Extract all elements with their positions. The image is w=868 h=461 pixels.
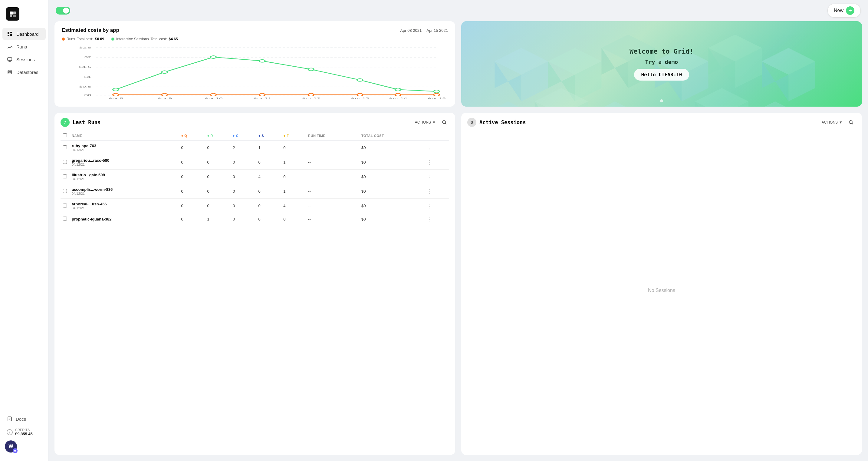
svg-text:Apr 14: Apr 14 — [389, 97, 407, 99]
run-more-btn-3[interactable]: ⋮ — [427, 189, 433, 194]
sidebar-bottom: Docs i CREDITS $9,855.45 W — [0, 410, 48, 456]
run-cost-5: $0 — [359, 213, 425, 225]
chart-header: Estimated costs by app Apr 08 2021 Apr 1… — [62, 27, 448, 33]
run-r-2: 0 — [205, 170, 230, 184]
svg-text:Apr 12: Apr 12 — [302, 97, 320, 99]
svg-marker-59 — [762, 48, 815, 75]
run-cost-1: $0 — [359, 155, 425, 170]
sidebar-item-datastores[interactable]: Datastores — [2, 66, 46, 78]
legend-sessions-cost: $4.65 — [169, 37, 178, 41]
welcome-demo-button[interactable]: Hello CIFAR-10 — [634, 69, 689, 81]
legend-dot-sessions — [112, 37, 115, 40]
row-checkbox-1[interactable] — [63, 160, 67, 164]
sidebar-nav: Dashboard Runs Sessions — [0, 28, 48, 410]
col-name: NAME — [69, 131, 179, 141]
svg-rect-1 — [13, 11, 16, 14]
svg-rect-0 — [10, 11, 13, 15]
welcome-card: Welcome to Grid! Try a demo Hello CIFAR-… — [461, 21, 862, 107]
topbar: New + — [49, 0, 868, 21]
run-c-4: 0 — [230, 199, 256, 213]
run-time-2: -- — [306, 170, 359, 184]
runs-count-badge: 7 — [61, 118, 70, 127]
run-date-4: 04/12/21 — [72, 206, 177, 210]
user-avatar[interactable]: W — [5, 440, 17, 453]
avatar-initial: W — [8, 444, 13, 449]
svg-marker-66 — [535, 102, 561, 107]
sidebar-item-dashboard[interactable]: Dashboard — [2, 28, 46, 40]
svg-marker-68 — [588, 102, 642, 107]
select-all-checkbox[interactable] — [63, 133, 67, 137]
svg-text:$1: $1 — [85, 75, 91, 79]
svg-text:$2: $2 — [85, 55, 91, 59]
svg-marker-47 — [548, 48, 602, 75]
run-s-5: 0 — [256, 213, 281, 225]
run-date-2: 04/12/21 — [72, 177, 177, 181]
table-row: ruby-ape-763 04/13/21 0 0 2 1 0 -- $0 ⋮ — [61, 141, 449, 155]
run-date-1: 04/12/21 — [72, 163, 177, 166]
legend-runs-label: Runs — [67, 37, 75, 41]
runs-table: NAME ● Q ● R ● C ● S ● F RUN TIME TOTAL … — [61, 131, 449, 225]
svg-marker-44 — [495, 48, 548, 75]
sidebar-item-sessions[interactable]: Sessions — [2, 53, 46, 65]
row-checkbox-0[interactable] — [63, 145, 67, 149]
new-button-label: New — [834, 8, 843, 13]
svg-point-25 — [357, 79, 363, 82]
svg-marker-60 — [762, 61, 788, 101]
welcome-subtitle: Try a demo — [645, 59, 678, 65]
runs-card-actions: ACTIONS ▼ — [415, 117, 449, 127]
runs-actions-button[interactable]: ACTIONS ▼ — [415, 120, 436, 124]
svg-text:$2.5: $2.5 — [79, 46, 91, 49]
svg-text:$0.5: $0.5 — [79, 85, 91, 88]
sessions-search-button[interactable] — [846, 117, 856, 127]
run-more-btn-2[interactable]: ⋮ — [427, 174, 433, 180]
svg-point-32 — [308, 93, 314, 96]
run-name-2: illustrio...gale-508 — [72, 173, 177, 177]
legend-runs: Runs Total cost: $0.09 — [62, 37, 104, 41]
toggle-knob — [63, 7, 69, 13]
run-f-2: 0 — [281, 170, 306, 184]
run-r-5: 1 — [205, 213, 230, 225]
sidebar-item-runs[interactable]: Runs — [2, 40, 46, 53]
svg-point-31 — [259, 93, 265, 96]
avatar-badge — [13, 448, 18, 453]
run-s-3: 0 — [256, 184, 281, 199]
run-date-0: 04/13/21 — [72, 148, 177, 152]
runs-card-header: 7 Last Runs ACTIONS ▼ — [61, 117, 449, 127]
col-run-time: RUN TIME — [306, 131, 359, 141]
run-f-3: 1 — [281, 184, 306, 199]
col-c: ● C — [230, 131, 256, 141]
run-s-4: 0 — [256, 199, 281, 213]
toggle-switch[interactable] — [56, 7, 70, 15]
svg-marker-46 — [522, 61, 548, 101]
new-button[interactable]: New + — [828, 4, 861, 18]
sessions-actions-button[interactable]: ACTIONS ▼ — [822, 120, 843, 124]
run-more-btn-0[interactable]: ⋮ — [427, 145, 433, 150]
runs-search-button[interactable] — [439, 117, 449, 127]
logo-area — [0, 5, 48, 28]
runs-icon — [7, 44, 13, 50]
run-more-btn-5[interactable]: ⋮ — [427, 216, 433, 222]
sidebar-item-label: Sessions — [17, 57, 35, 62]
sidebar-item-docs[interactable]: Docs — [5, 414, 43, 424]
svg-text:Apr 13: Apr 13 — [351, 97, 369, 99]
svg-marker-74 — [748, 102, 802, 107]
credits-label: CREDITS — [15, 428, 33, 432]
col-f: ● F — [281, 131, 306, 141]
docs-icon — [7, 416, 13, 422]
credits-section: i CREDITS $9,855.45 — [5, 427, 43, 437]
svg-point-22 — [211, 56, 216, 58]
run-time-1: -- — [306, 155, 359, 170]
run-more-btn-4[interactable]: ⋮ — [427, 203, 433, 209]
credits-info: CREDITS $9,855.45 — [15, 428, 33, 436]
run-c-3: 0 — [230, 184, 256, 199]
app-logo — [6, 7, 19, 21]
run-c-1: 0 — [230, 155, 256, 170]
row-checkbox-3[interactable] — [63, 189, 67, 193]
run-time-3: -- — [306, 184, 359, 199]
row-checkbox-2[interactable] — [63, 174, 67, 178]
run-cost-3: $0 — [359, 184, 425, 199]
run-more-btn-1[interactable]: ⋮ — [427, 160, 433, 165]
sidebar-item-label: Datastores — [17, 70, 38, 75]
row-checkbox-5[interactable] — [63, 217, 67, 221]
row-checkbox-4[interactable] — [63, 204, 67, 207]
